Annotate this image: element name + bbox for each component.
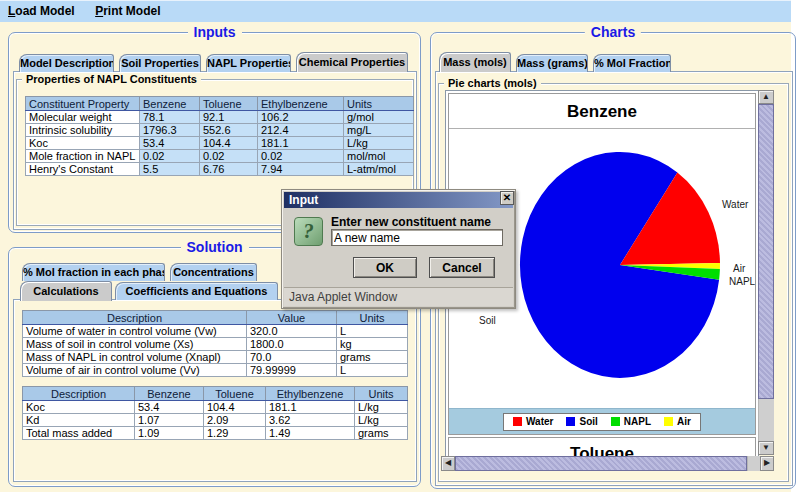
col-header: Benzene xyxy=(135,387,204,401)
value-cell: 53.4 xyxy=(135,401,204,414)
value-cell: 320.0 xyxy=(247,325,337,338)
vertical-scroll-thumb[interactable] xyxy=(758,104,774,399)
scroll-down-button[interactable]: ▼ xyxy=(758,441,774,455)
value-cell[interactable]: 212.4 xyxy=(258,124,344,137)
value-cell[interactable]: 106.2 xyxy=(258,111,344,124)
menu-print-model[interactable]: Print Model xyxy=(87,1,168,21)
table-row: Koc 53.4 104.4 181.1 L/kg xyxy=(23,401,408,414)
value-cell[interactable]: 104.4 xyxy=(200,137,258,150)
units-cell[interactable]: mg/L xyxy=(344,124,414,137)
cancel-button[interactable]: Cancel xyxy=(429,257,495,278)
pie-label-napl: NAPL xyxy=(729,276,755,287)
tab-napl-properties[interactable]: NAPL Properties xyxy=(206,54,291,72)
value-cell: 2.09 xyxy=(204,414,266,427)
napl-constituents-table: Constituent Property Benzene Toluene Eth… xyxy=(25,96,414,176)
pie-legend-strip: Water Soil NAPL xyxy=(449,408,755,434)
units-cell: L xyxy=(337,325,408,338)
legend-swatch-napl xyxy=(611,417,620,426)
value-cell[interactable]: 6.76 xyxy=(200,163,258,176)
table-row: Volume of water in control volume (Vw) 3… xyxy=(23,325,408,338)
legend-label: Soil xyxy=(579,416,597,427)
applet-window: Load Model Print Model Inputs Model Desc… xyxy=(0,0,800,492)
units-cell[interactable]: g/mol xyxy=(344,111,414,124)
toluene-chart-panel: Toluene xyxy=(448,437,756,457)
ok-button[interactable]: OK xyxy=(353,257,417,278)
pie-charts-box-title: Pie charts (mols) xyxy=(444,77,541,89)
property-cell: Molecular weight xyxy=(26,111,140,124)
legend-swatch-soil xyxy=(566,417,575,426)
col-header: Units xyxy=(344,97,414,111)
units-cell[interactable]: L/kg xyxy=(344,137,414,150)
value-cell[interactable]: 5.5 xyxy=(140,163,200,176)
col-header: Constituent Property xyxy=(26,97,140,111)
horizontal-scroll-thumb[interactable] xyxy=(455,456,747,471)
napl-constituents-box-title: Properties of NAPL Constituents xyxy=(22,73,201,85)
scroll-left-button[interactable]: ◀ xyxy=(441,456,455,471)
value-cell[interactable]: 92.1 xyxy=(200,111,258,124)
table-row: Mole fraction in NAPL 0.02 0.02 0.02 mol… xyxy=(26,150,414,163)
col-header: Toluene xyxy=(200,97,258,111)
question-icon: ? xyxy=(294,217,323,246)
value-cell[interactable]: 552.6 xyxy=(200,124,258,137)
col-header: Description xyxy=(23,311,247,325)
table-row: Mass of NAPL in control volume (Xnapl) 7… xyxy=(23,351,408,364)
value-cell: 181.1 xyxy=(266,401,355,414)
tab-concentrations[interactable]: Concentrations xyxy=(170,263,257,281)
col-header: Description xyxy=(23,387,135,401)
value-cell[interactable]: 0.02 xyxy=(258,150,344,163)
vertical-scroll-track[interactable] xyxy=(758,399,774,441)
tab-mass-mols[interactable]: Mass (mols) xyxy=(439,52,511,72)
tab-coefficients-equations[interactable]: Coefficients and Equations xyxy=(115,282,278,300)
pie-label-air: Air xyxy=(733,263,745,274)
scroll-right-button[interactable]: ▶ xyxy=(760,456,774,471)
value-cell[interactable]: 53.4 xyxy=(140,137,200,150)
dialog-title-bar[interactable]: Input xyxy=(284,192,513,208)
property-cell: Henry's Constant xyxy=(26,163,140,176)
tab-mol-fraction[interactable]: % Mol Fraction xyxy=(593,54,671,72)
charts-horizontal-scrollbar[interactable]: ◀ ▶ xyxy=(441,456,774,471)
value-cell: 1800.0 xyxy=(247,338,337,351)
units-cell[interactable]: L-atm/mol xyxy=(344,163,414,176)
legend-entry-soil: Soil xyxy=(566,416,597,427)
value-cell[interactable]: 0.02 xyxy=(200,150,258,163)
value-cell[interactable]: 1796.3 xyxy=(140,124,200,137)
value-cell[interactable]: 181.1 xyxy=(258,137,344,150)
units-cell: kg xyxy=(337,338,408,351)
description-cell: Mass of soil in control volume (Xs) xyxy=(23,338,247,351)
tab-soil-properties[interactable]: Soil Properties xyxy=(119,54,201,72)
control-volumes-table: Description Value Units Volume of water … xyxy=(22,310,408,377)
menu-load-model[interactable]: Load Model xyxy=(0,1,83,21)
col-header: Units xyxy=(337,311,408,325)
tab-calculations[interactable]: Calculations xyxy=(20,281,112,301)
tab-mass-grams[interactable]: Mass (grams) xyxy=(516,54,588,72)
value-cell: 1.07 xyxy=(135,414,204,427)
tab-model-description[interactable]: Model Description xyxy=(19,54,114,72)
charts-vertical-scrollbar[interactable]: ▲ ▼ xyxy=(758,90,774,455)
value-cell: 3.62 xyxy=(266,414,355,427)
value-cell[interactable]: 0.02 xyxy=(140,150,200,163)
input-dialog: Input ✕ ? Enter new constituent name OK … xyxy=(281,189,516,309)
tab-mol-fraction-each-phase[interactable]: % Mol fraction in each phase xyxy=(22,263,165,281)
value-cell[interactable]: 78.1 xyxy=(140,111,200,124)
property-cell: Mole fraction in NAPL xyxy=(26,150,140,163)
table-header-row: Description Value Units xyxy=(23,311,408,325)
value-cell[interactable]: 7.94 xyxy=(258,163,344,176)
legend-label: Air xyxy=(677,416,691,427)
horizontal-scroll-track[interactable] xyxy=(747,456,760,471)
units-cell: grams xyxy=(337,351,408,364)
constituent-name-input[interactable] xyxy=(331,229,503,246)
units-cell: grams xyxy=(355,427,408,440)
units-cell: L xyxy=(337,364,408,377)
units-cell[interactable]: mol/mol xyxy=(344,150,414,163)
dialog-message: Enter new constituent name xyxy=(331,215,491,229)
table-row: Molecular weight 78.1 92.1 106.2 g/mol xyxy=(26,111,414,124)
legend-label: Water xyxy=(526,416,553,427)
pie-legend: Water Soil NAPL xyxy=(503,413,701,431)
property-cell: Intrinsic solubility xyxy=(26,124,140,137)
col-header: Toluene xyxy=(204,387,266,401)
tab-chemical-properties[interactable]: Chemical Properties xyxy=(296,52,408,72)
close-icon[interactable]: ✕ xyxy=(500,191,514,205)
value-cell: 70.0 xyxy=(247,351,337,364)
table-header-row: Constituent Property Benzene Toluene Eth… xyxy=(26,97,414,111)
scroll-up-button[interactable]: ▲ xyxy=(758,90,774,104)
